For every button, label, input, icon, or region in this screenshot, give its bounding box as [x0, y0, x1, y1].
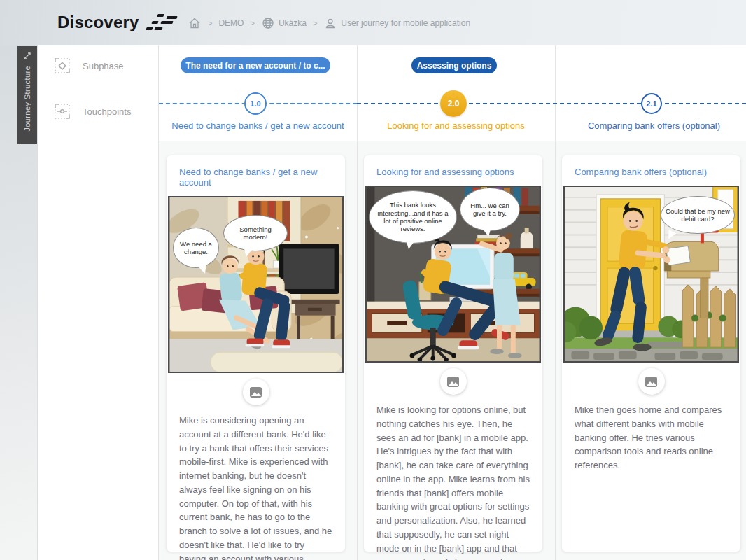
speech-bubble-tail	[404, 240, 414, 250]
storyboard-image-home-office[interactable]: This bank looks interesting...and it has…	[365, 186, 541, 363]
journey-structure-tab-label: Journey Structure	[23, 66, 31, 132]
timeline-node-2-1[interactable]: 2.1	[641, 93, 662, 114]
image-icon	[250, 387, 262, 398]
breadcrumb: > DEMO > Ukázka > User journey for mobil…	[188, 0, 470, 46]
journey-structure-tab[interactable]: Journey Structure	[17, 46, 37, 144]
expand-icon[interactable]	[22, 50, 33, 62]
sidebar-item-label: Subphase	[83, 61, 124, 71]
journey-canvas: The need for a new account / to c... Ass…	[159, 46, 746, 560]
app-logo: Discovery	[57, 13, 180, 32]
subphase-card-comparing-offers[interactable]: Comparing bank offers (optional)	[562, 155, 740, 552]
breadcrumb-separator: >	[208, 19, 212, 27]
home-icon	[188, 16, 202, 30]
breadcrumb-separator: >	[250, 19, 254, 27]
phase-pill-need-account[interactable]: The need for a new account / to c...	[181, 57, 330, 74]
globe-icon	[261, 16, 275, 30]
subphase-description[interactable]: Mike is looking for options online, but …	[364, 395, 542, 560]
speech-bubble: We need a change.	[173, 227, 219, 268]
image-badge-button[interactable]	[440, 368, 467, 395]
breadcrumb-item-demo[interactable]: DEMO	[218, 18, 244, 28]
phase-pill-assessing-options[interactable]: Assessing options	[411, 57, 497, 74]
storyboard-image-living-room[interactable]: We need a change. Something modern!	[168, 196, 344, 373]
speech-bubble: Something modern!	[223, 215, 288, 251]
sidebar-item-subphase[interactable]: Subphase	[38, 54, 160, 78]
breadcrumb-label: Ukázka	[279, 18, 307, 28]
timeline-node-1-0[interactable]: 1.0	[244, 92, 267, 115]
image-icon	[645, 377, 657, 387]
card-title[interactable]: Need to change banks / get a new account	[167, 155, 345, 196]
breadcrumb-item-journey[interactable]: User journey for mobile application	[323, 16, 470, 30]
timeline-step-label: Looking for and assessing options	[357, 120, 555, 131]
image-badge-button[interactable]	[243, 379, 269, 405]
subphase-description[interactable]: Mike is considering opening an account a…	[167, 405, 345, 560]
touchpoints-icon	[53, 102, 71, 120]
timeline-node-2-0[interactable]: 2.0	[440, 90, 467, 117]
speech-bubble: This bank looks interesting...and it has…	[369, 190, 457, 244]
subphase-description[interactable]: Mike then goes home and compares what di…	[562, 395, 740, 472]
storyboard-image-mailbox[interactable]: Could that be my new debit card?	[563, 186, 739, 363]
app-logo-text: Discovery	[57, 13, 139, 32]
image-badge-button[interactable]	[638, 368, 665, 395]
subphase-card-need-to-change-banks[interactable]: Need to change banks / get a new account	[167, 155, 345, 552]
breadcrumb-separator: >	[313, 19, 317, 27]
sidebar-item-label: Touchpoints	[83, 106, 131, 117]
timeline-dashed-line	[357, 103, 746, 104]
speech-bubble-tail	[483, 227, 493, 237]
speech-bubble: Hm... we can give it a try.	[460, 188, 520, 231]
card-title[interactable]: Comparing bank offers (optional)	[562, 155, 740, 186]
timeline-step-label: Comparing bank offers (optional)	[555, 120, 746, 131]
journey-structure-sidebar: Subphase Touchpoints	[37, 46, 159, 560]
discovery-logo-mark-icon	[146, 13, 180, 31]
card-title[interactable]: Looking for and assessing options	[364, 155, 542, 186]
breadcrumb-label: DEMO	[218, 18, 244, 28]
speech-bubble: Could that be my new debit card?	[661, 196, 735, 234]
breadcrumb-item-ukazka[interactable]: Ukázka	[261, 16, 307, 30]
breadcrumb-label: User journey for mobile application	[341, 18, 470, 28]
sidebar-item-touchpoints[interactable]: Touchpoints	[38, 99, 160, 123]
person-icon	[323, 16, 337, 30]
breadcrumb-home[interactable]	[188, 16, 202, 30]
subphase-card-looking-for-options[interactable]: Looking for and assessing options	[364, 155, 542, 552]
app-header: Discovery > DEMO > Ukázka > User j	[0, 0, 746, 46]
subphase-icon	[53, 57, 71, 75]
image-icon	[447, 377, 459, 387]
timeline-step-label: Need to change banks / get a new account	[159, 120, 357, 131]
